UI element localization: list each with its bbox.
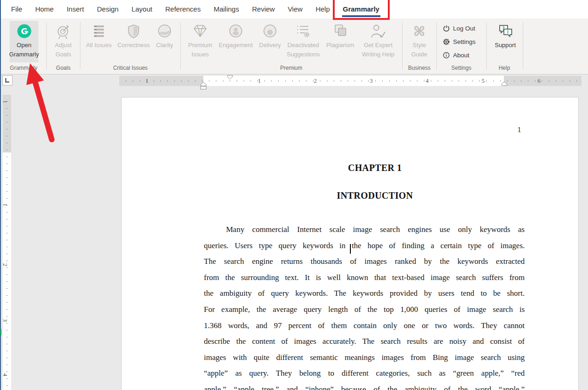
engagement-button[interactable]: Engagement — [215, 21, 257, 62]
group-divider — [46, 22, 47, 69]
plagiarism-pages-icon — [333, 24, 347, 41]
tab-view[interactable]: View — [281, 0, 309, 18]
ruler-number: 1 — [258, 77, 261, 85]
first-line-indent-marker[interactable] — [227, 75, 233, 79]
text-line: Many commercial Internet scale image sea… — [204, 225, 525, 241]
text-cursor-caret — [350, 244, 351, 254]
text-line: queries. Users type query keywords in th… — [204, 241, 525, 257]
deactivated-suggestions-button[interactable]: Deactivated Suggestions — [283, 21, 324, 62]
group-label-settings: Settings — [451, 65, 471, 71]
about-button[interactable]: About — [443, 52, 469, 59]
text-line: apple,” “apple tree,” and “iphone” becau… — [204, 385, 525, 390]
correctness-label: Correctness — [117, 41, 150, 50]
goals-target-icon — [56, 24, 71, 41]
style-guide-clover-icon — [412, 24, 426, 41]
vertical-ruler-ticks — [6, 95, 8, 390]
delivery-label: Delivery — [259, 41, 281, 50]
open-grammarly-label-2: Grammarly — [9, 50, 39, 59]
group-label-premium: Premium — [280, 65, 302, 71]
right-indent-marker[interactable] — [501, 81, 508, 86]
info-icon — [443, 52, 450, 59]
active-tab-underline — [342, 15, 380, 17]
group-label-grammarly: Grammarly — [10, 65, 37, 71]
tab-design[interactable]: Design — [91, 0, 125, 18]
tab-references[interactable]: References — [159, 0, 207, 18]
ruler-number: 4 — [1, 373, 9, 377]
deactivated-suggestions-label-1: Deactivated — [288, 41, 319, 50]
correctness-button[interactable]: Correctness — [115, 21, 152, 62]
style-guide-button[interactable]: Style Guide — [408, 21, 431, 62]
ruler-number: 2 — [314, 77, 317, 85]
adjust-goals-label-2: Goals — [55, 50, 71, 59]
settings-label: Settings — [453, 38, 476, 45]
menu-bar: File Home Insert Design Layout Reference… — [0, 0, 588, 18]
log-out-label: Log Out — [453, 25, 475, 32]
group-divider — [523, 22, 523, 69]
page-number: 1 — [517, 125, 521, 134]
ruler-number: 1 — [1, 100, 9, 104]
settings-button[interactable]: Settings — [443, 38, 476, 45]
grammarly-logo-icon: G — [17, 24, 31, 41]
left-indent-marker[interactable] — [200, 82, 207, 90]
tab-file[interactable]: File — [5, 0, 29, 18]
chapter-heading: CHAPTER 1 — [213, 163, 537, 173]
grammarly-ribbon: G Open Grammarly Adjust Goals All Issues — [0, 18, 588, 74]
ruler-number: 3 — [370, 77, 373, 85]
engagement-icon — [229, 24, 243, 41]
tab-help[interactable]: Help — [309, 0, 337, 18]
tab-insert[interactable]: Insert — [60, 0, 91, 18]
clarity-label: Clarity — [156, 41, 173, 50]
open-grammarly-button[interactable]: G Open Grammarly — [10, 21, 38, 62]
adjust-goals-button[interactable]: Adjust Goals — [48, 21, 79, 62]
svg-text:i: i — [507, 30, 508, 35]
tab-stop-selector[interactable] — [2, 75, 12, 85]
text-line: For example, the average query length of… — [204, 305, 525, 321]
tab-mailings[interactable]: Mailings — [207, 0, 245, 18]
ruler-number: 6 — [538, 77, 541, 85]
vertical-ruler[interactable]: 1 1 2 3 4 — [3, 95, 11, 390]
clarity-button[interactable]: Clarity — [153, 21, 177, 62]
tab-layout[interactable]: Layout — [125, 0, 159, 18]
get-expert-writing-help-button[interactable]: Get Expert Writing Help — [358, 21, 398, 62]
group-divider — [80, 22, 80, 69]
svg-text:G: G — [21, 27, 27, 36]
group-divider — [402, 22, 403, 69]
window-edge-green-mark — [0, 329, 1, 335]
engagement-label: Engagement — [219, 41, 253, 50]
group-divider — [486, 22, 487, 69]
adjust-goals-label-1: Adjust — [55, 41, 72, 50]
text-line: “apple” as query. They belong to differe… — [204, 369, 525, 385]
text-line: images with quite different semantic mea… — [204, 353, 525, 369]
group-label-business: Business — [408, 65, 431, 71]
introduction-heading: INTRODUCTION — [213, 190, 537, 201]
ruler-number: 1 — [146, 77, 149, 85]
deactivated-suggestions-label-2: Suggestions — [287, 50, 320, 59]
document-page[interactable]: 1 CHAPTER 1 INTRODUCTION Many commercial… — [121, 97, 579, 390]
tab-review[interactable]: Review — [245, 0, 281, 18]
tab-grammarly-label: Grammarly — [343, 5, 380, 13]
premium-issues-button[interactable]: Premium Issues — [184, 21, 216, 62]
ruler-number: 5 — [482, 77, 485, 85]
support-button[interactable]: ? i Support — [491, 21, 520, 62]
expert-person-icon — [370, 24, 386, 41]
delivery-icon — [263, 24, 277, 41]
about-label: About — [453, 52, 469, 59]
premium-issues-label-1: Premium — [188, 41, 212, 50]
clarity-circle-icon — [158, 24, 172, 41]
power-icon — [443, 25, 450, 32]
plagiarism-button[interactable]: Plagiarism — [323, 21, 358, 62]
open-grammarly-label-1: Open — [17, 41, 31, 50]
log-out-button[interactable]: Log Out — [443, 25, 475, 32]
horizontal-ruler[interactable]: 1 1 2 3 4 5 6 — [119, 76, 582, 86]
tab-home[interactable]: Home — [29, 0, 60, 18]
delivery-button[interactable]: Delivery — [256, 21, 284, 62]
text-line: describe the content of images accuratel… — [204, 337, 525, 353]
group-label-help: Help — [499, 65, 510, 71]
support-label: Support — [495, 41, 516, 50]
ruler-number: 3 — [1, 319, 9, 322]
tab-grammarly[interactable]: Grammarly — [337, 0, 386, 18]
all-issues-label: All Issues — [86, 41, 112, 50]
plagiarism-label: Plagiarism — [326, 41, 355, 50]
body-paragraph[interactable]: Many commercial Internet scale image sea… — [204, 225, 525, 390]
all-issues-button[interactable]: All Issues — [84, 21, 114, 62]
